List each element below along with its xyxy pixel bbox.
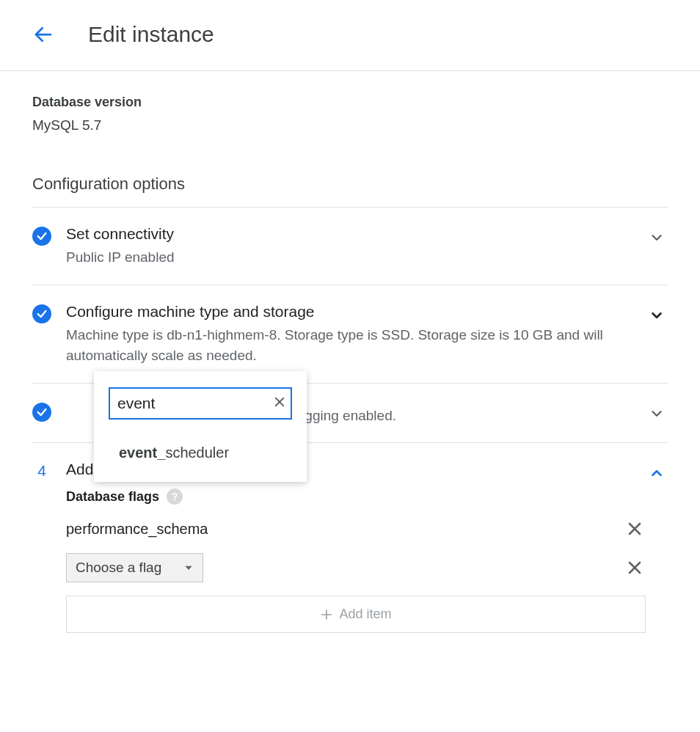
back-button[interactable] [29,21,57,48]
expand-toggle[interactable] [646,406,668,422]
collapse-toggle[interactable] [646,465,668,481]
flag-name: performance_schema [66,521,624,538]
option-rest: scheduler [165,444,229,461]
svg-marker-3 [186,566,192,570]
section-connectivity[interactable]: Set connectivity Public IP enabled [32,208,668,285]
add-item-button[interactable]: Add item [66,596,646,633]
close-icon [626,520,644,538]
expand-toggle[interactable] [646,230,668,246]
configuration-options-heading: Configuration options [32,175,668,194]
chevron-up-icon [649,465,665,481]
step-number: 4 [32,462,51,480]
flag-select-label: Choose a flag [76,560,161,576]
section-title: Configure machine type and storage [66,303,646,321]
status-icon [32,304,66,323]
step-indicator: 4 [32,462,66,480]
flag-row-new: Choose a flag [66,553,646,582]
add-item-label: Add item [339,607,391,622]
flag-select[interactable]: Choose a flag [66,553,203,582]
remove-flag-button[interactable] [624,518,646,540]
chevron-down-icon [649,230,665,246]
help-icon[interactable]: ? [167,488,183,505]
clear-input-button[interactable] [273,395,286,411]
check-circle-icon [32,304,51,323]
autocomplete-option[interactable]: event_scheduler [94,427,307,475]
flag-search-input[interactable] [109,387,292,420]
close-icon [273,395,286,409]
database-flags-label: Database flags [66,489,159,505]
chevron-down-icon [649,406,665,422]
status-icon [32,403,66,422]
database-version-value: MySQL 5.7 [32,117,668,133]
flag-row-existing: performance_schema [66,518,646,540]
plus-icon [320,608,333,621]
section-subtitle: Public IP enabled [66,247,646,268]
section-subtitle: Machine type is db-n1-highmem-8. Storage… [66,325,646,367]
check-circle-icon [32,227,51,246]
arrow-left-icon [32,23,54,45]
chevron-down-icon [649,307,665,323]
section-title: Set connectivity [66,225,646,243]
page-title: Edit instance [88,22,214,47]
remove-flag-button[interactable] [624,557,646,579]
status-icon [32,227,66,246]
section-machine-type[interactable]: Configure machine type and storage Machi… [32,285,668,384]
option-match: event_ [119,444,165,461]
expand-toggle[interactable] [646,307,668,323]
check-circle-icon [32,403,51,422]
page-header: Edit instance [0,0,700,71]
close-icon [626,559,644,577]
caret-down-icon [183,563,194,573]
flag-autocomplete-popup: event_scheduler [94,371,307,482]
database-version-label: Database version [32,95,668,110]
